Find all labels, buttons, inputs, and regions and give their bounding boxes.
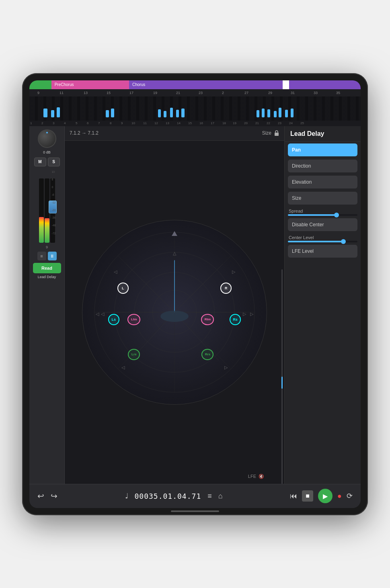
label-0: 0 bbox=[51, 186, 55, 188]
transport-center: ♩ 00035.01.04.71 ≡ ⌂ bbox=[125, 492, 223, 500]
play-button[interactable]: ▶ bbox=[318, 489, 333, 503]
timecode: 00035.01.04.71 bbox=[135, 492, 201, 500]
piano-bar-1: 1 bbox=[30, 121, 32, 125]
loop-button[interactable]: ⟳ bbox=[347, 492, 353, 500]
home-icon[interactable]: ⌂ bbox=[218, 492, 223, 500]
label-neg24: -24 bbox=[51, 209, 55, 211]
panel-btn-lfe-level[interactable]: LFE Level bbox=[288, 245, 357, 258]
center-level-handle[interactable] bbox=[341, 239, 346, 244]
menu-icon[interactable]: ≡ bbox=[37, 252, 46, 260]
label-neg12: -12 bbox=[51, 201, 55, 204]
speaker-tr-icon: ▷ bbox=[232, 269, 235, 274]
section-prechorus[interactable]: PreChorus bbox=[51, 80, 129, 89]
svg-line-9 bbox=[127, 264, 174, 312]
bar-numbers: 9 11 13 15 17 19 21 23 2 27 29 31 33 35 bbox=[29, 89, 361, 96]
section-markers: PreChorus Chorus bbox=[29, 80, 361, 89]
bar-27: 27 bbox=[244, 91, 248, 95]
label-neg36: -36 bbox=[51, 216, 55, 219]
solo-button[interactable]: S bbox=[48, 158, 60, 166]
bar-29: 29 bbox=[268, 91, 272, 95]
bar-35: 35 bbox=[336, 91, 340, 95]
panel-btn-elevation[interactable]: Elevation bbox=[288, 176, 357, 188]
piano-keys-bg bbox=[29, 96, 361, 121]
section-chorus-label: Chorus bbox=[132, 82, 145, 87]
disable-center-label: Disable Center bbox=[292, 222, 324, 227]
spread-slider[interactable] bbox=[288, 214, 357, 216]
stop-icon: ■ bbox=[306, 492, 310, 500]
lfe-label: LFE 🔇 bbox=[248, 474, 264, 479]
section-empty bbox=[29, 80, 51, 89]
track-name: Lead Delay bbox=[38, 275, 56, 279]
piano-bar-17: 17 bbox=[211, 121, 214, 125]
speaker-node-Lrs[interactable]: Lrs bbox=[128, 349, 140, 360]
stop-button[interactable]: ■ bbox=[302, 490, 313, 502]
piano-bar-21: 21 bbox=[255, 121, 259, 125]
spread-handle[interactable] bbox=[334, 213, 339, 217]
piano-bar-4: 4 bbox=[64, 121, 66, 125]
svg-line-10 bbox=[174, 264, 222, 312]
speaker-ml-icon: ◁ bbox=[101, 311, 104, 317]
piano-bar-9: 9 bbox=[121, 121, 123, 125]
midi-note bbox=[176, 110, 179, 117]
midi-note bbox=[262, 109, 265, 117]
speaker-circle: L R Ls Rs Ltm Rtm Lrs Rrs bbox=[82, 220, 267, 405]
center-level-label: Center Level bbox=[288, 234, 357, 241]
tablet-frame: PreChorus Chorus 9 11 13 15 17 19 21 23 … bbox=[22, 73, 368, 515]
read-button[interactable]: Read bbox=[33, 263, 61, 273]
knob-dot bbox=[46, 132, 48, 133]
timeline-area: PreChorus Chorus 9 11 13 15 17 19 21 23 … bbox=[29, 80, 361, 126]
piano-bar-13: 13 bbox=[166, 121, 169, 125]
piano-bar-10: 10 bbox=[131, 121, 135, 125]
record-button[interactable]: ● bbox=[337, 492, 342, 500]
speaker-node-R[interactable]: R bbox=[220, 283, 232, 294]
speaker-ml2-icon: ◁ bbox=[96, 311, 99, 317]
scroll-handle[interactable] bbox=[281, 377, 283, 389]
speaker-node-Ltm[interactable]: Ltm bbox=[127, 314, 140, 325]
piano-bar-2: 2 bbox=[41, 121, 43, 125]
speaker-node-Ls[interactable]: Ls bbox=[108, 314, 119, 325]
piano-bar-20: 20 bbox=[244, 121, 248, 125]
bar-17: 17 bbox=[129, 91, 133, 95]
speaker-node-Rtm[interactable]: Rtm bbox=[201, 314, 214, 325]
speaker-mr-icon: ▷ bbox=[243, 311, 246, 317]
piano-bar-3: 3 bbox=[53, 121, 54, 125]
midi-note bbox=[158, 109, 161, 117]
panel-btn-pan[interactable]: Pan bbox=[288, 143, 357, 156]
list-icon[interactable]: ≡ bbox=[207, 492, 212, 500]
pause-icon[interactable]: ⏸ bbox=[48, 252, 57, 260]
channel-buttons: M S bbox=[34, 158, 60, 166]
panner-canvas[interactable]: L R Ls Rs Ltm Rtm Lrs Rrs bbox=[65, 141, 284, 484]
panel-btn-direction[interactable]: Direction bbox=[288, 160, 357, 172]
lfe-text: LFE bbox=[248, 474, 256, 479]
panner-area: 7.1.2 → 7.1.2 Size bbox=[65, 126, 284, 484]
midi-note bbox=[285, 110, 288, 117]
section-chorus[interactable]: Chorus bbox=[129, 80, 283, 89]
piano-bar-22: 22 bbox=[267, 121, 270, 125]
pan-knob[interactable] bbox=[38, 129, 56, 148]
main-content: 0 dB M S bbox=[29, 126, 361, 484]
redo-button[interactable]: ↪ bbox=[51, 491, 57, 501]
speaker-node-L[interactable]: L bbox=[117, 283, 129, 294]
svg-point-16 bbox=[160, 311, 189, 322]
bar-15: 15 bbox=[107, 91, 111, 95]
bar-21: 21 bbox=[176, 91, 180, 95]
midi-note bbox=[164, 111, 166, 117]
bar-31: 31 bbox=[291, 91, 295, 95]
bar-2: 2 bbox=[222, 91, 224, 95]
speaker-node-Rrs[interactable]: Rrs bbox=[201, 349, 213, 360]
mute-button[interactable]: M bbox=[34, 158, 46, 166]
right-panel: Lead Delay Pan Direction Elevation Size … bbox=[284, 126, 361, 484]
midi-note bbox=[43, 109, 47, 117]
speaker-node-Rs[interactable]: Rs bbox=[230, 314, 241, 325]
panel-btn-size[interactable]: Size bbox=[288, 192, 357, 205]
speaker-br-icon: ▷ bbox=[224, 365, 228, 370]
undo-button[interactable]: ↩ bbox=[37, 491, 44, 501]
piano-bar-11: 11 bbox=[143, 121, 147, 125]
size-control: Size bbox=[262, 130, 279, 136]
center-level-slider[interactable] bbox=[288, 241, 357, 242]
panel-btn-disable-center[interactable]: Disable Center bbox=[288, 218, 357, 231]
transport-bar: ↩ ↪ ♩ 00035.01.04.71 ≡ ⌂ ⏮ ■ ▶ ● ⟳ bbox=[29, 484, 361, 508]
piano-bar-24: 24 bbox=[289, 121, 293, 125]
rewind-button[interactable]: ⏮ bbox=[290, 492, 297, 500]
label-10: 10 bbox=[51, 170, 55, 173]
